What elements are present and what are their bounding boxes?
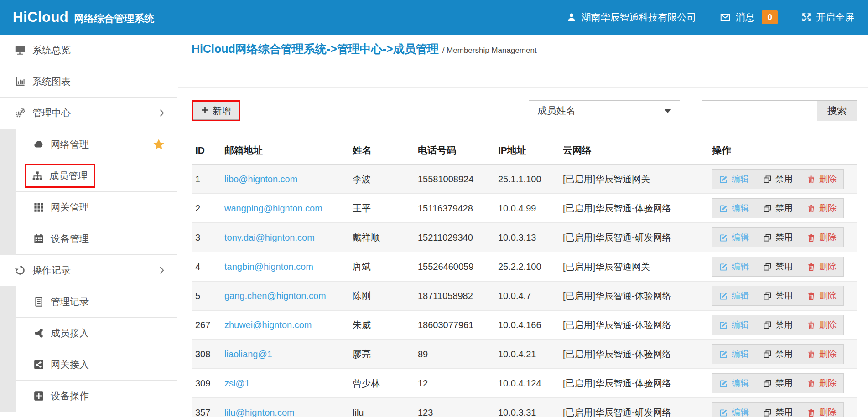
sidebar-item-label: 系统总览 (32, 44, 71, 57)
navbar-company[interactable]: 湖南华辰智通科技有限公司 (567, 11, 696, 24)
row-action-group: 编辑禁用删除 (712, 257, 844, 277)
edit-button[interactable]: 编辑 (712, 374, 756, 393)
cell-email: tony.dai@hignton.com (221, 223, 349, 252)
disable-button[interactable]: 禁用 (756, 315, 800, 335)
cell-ip: 10.0.3.31 (494, 398, 559, 417)
search-button[interactable]: 搜索 (817, 100, 857, 121)
navbar-messages-label: 消息 (735, 11, 754, 24)
edit-button[interactable]: 编辑 (712, 228, 756, 247)
plus-square-icon (33, 391, 45, 402)
cell-network: [已启用]华辰智通-体验网络 (559, 281, 708, 310)
member-email-link[interactable]: zhuwei@hignton.com (224, 320, 312, 330)
delete-button[interactable]: 删除 (800, 345, 843, 364)
pencil-square-icon (719, 204, 728, 213)
sidebar-item-label: 设备操作 (51, 390, 89, 402)
sidebar-item-member-access[interactable]: 成员接入 (16, 318, 177, 349)
add-button[interactable]: 新增 (193, 102, 239, 120)
sitemap-icon (31, 170, 43, 181)
cell-phone: 12 (414, 369, 494, 398)
member-email-link[interactable]: zsl@1 (224, 378, 250, 388)
cell-network: [已启用]华辰智通-体验网络 (559, 310, 708, 340)
cell-network: [已启用]华辰智通-体验网络 (559, 340, 708, 369)
search-input[interactable] (702, 100, 817, 121)
edit-button[interactable]: 编辑 (712, 286, 756, 305)
delete-button[interactable]: 删除 (800, 315, 843, 335)
member-email-link[interactable]: gang.chen@hignton.com (224, 291, 326, 301)
cell-id: 4 (192, 252, 221, 281)
navbar-fullscreen[interactable]: 开启全屏 (801, 11, 854, 24)
disable-button[interactable]: 禁用 (756, 228, 800, 247)
member-email-link[interactable]: tony.dai@hignton.com (224, 232, 315, 242)
clone-icon (763, 408, 772, 417)
bar-chart-icon (14, 76, 26, 87)
delete-button[interactable]: 删除 (800, 199, 843, 218)
sidebar-item-member-mgmt[interactable]: 成员管理 (16, 160, 177, 192)
cell-network: [已启用]华辰智通网关 (559, 252, 708, 281)
cell-id: 309 (192, 369, 221, 398)
delete-button[interactable]: 删除 (800, 257, 843, 276)
fullscreen-icon (801, 12, 811, 22)
brand-name: HiCloud (13, 9, 68, 26)
navbar-messages[interactable]: 消息 0 (720, 10, 778, 24)
member-email-link[interactable]: tangbin@hignton.com (224, 262, 313, 272)
disable-button[interactable]: 禁用 (756, 374, 800, 393)
navbar: HiCloud 网络综合管理系统 湖南华辰智通科技有限公司 消息 0 开启全屏 (0, 0, 868, 35)
member-email-link[interactable]: libo@hignton.com (224, 174, 297, 184)
cell-phone: 18711058982 (414, 281, 494, 310)
brand-suffix: 网络综合管理系统 (74, 12, 154, 26)
sidebar-item-label: 网络管理 (51, 138, 89, 151)
pencil-square-icon (719, 175, 728, 184)
member-email-link[interactable]: wangping@hignton.com (224, 203, 322, 213)
cell-name: lilu (349, 398, 414, 417)
sidebar-item-network-mgmt[interactable]: 网络管理 (16, 129, 177, 160)
sidebar-item-gateway-mgmt[interactable]: 网关管理 (16, 192, 177, 223)
edit-button[interactable]: 编辑 (712, 315, 756, 335)
edit-button[interactable]: 编辑 (712, 257, 756, 276)
column-header-2: 姓名 (349, 121, 414, 165)
disable-button[interactable]: 禁用 (756, 257, 800, 276)
member-table-body: 1libo@hignton.com李波1558100892425.1.1.100… (192, 165, 857, 417)
disable-button[interactable]: 禁用 (756, 345, 800, 364)
cell-ip: 10.0.4.7 (494, 281, 559, 310)
edit-button[interactable]: 编辑 (712, 345, 756, 364)
sidebar-item-system-charts[interactable]: 系统图表 (0, 66, 177, 98)
column-header-1: 邮箱地址 (221, 121, 349, 165)
share-alt-icon (33, 328, 45, 339)
member-email-link[interactable]: lilu@hignton.com (224, 407, 295, 417)
cell-ip: 25.2.2.100 (494, 252, 559, 281)
messages-count-badge: 0 (762, 10, 778, 24)
navbar-fullscreen-label: 开启全屏 (816, 11, 854, 24)
sidebar-item-device-mgmt[interactable]: 设备管理 (16, 223, 177, 255)
cell-phone: 89 (414, 340, 494, 369)
sidebar-item-admin-logs[interactable]: 管理记录 (16, 286, 177, 318)
delete-button[interactable]: 删除 (800, 374, 843, 393)
delete-button[interactable]: 删除 (800, 286, 843, 305)
sidebar-item-gateway-access[interactable]: 网关接入 (16, 349, 177, 381)
clone-icon (763, 204, 772, 213)
cell-id: 1 (192, 165, 221, 194)
member-email-link[interactable]: liaoliang@1 (224, 349, 272, 359)
sidebar-item-system-overview[interactable]: 系统总览 (0, 35, 177, 66)
cell-id: 2 (192, 194, 221, 223)
disable-button[interactable]: 禁用 (756, 403, 800, 417)
sidebar-item-label: 管理中心 (32, 107, 71, 119)
sidebar-item-operation-logs[interactable]: 操作记录 (0, 255, 177, 286)
disable-button[interactable]: 禁用 (756, 199, 800, 218)
table-row: 1libo@hignton.com李波1558100892425.1.1.100… (192, 165, 857, 194)
sidebar-item-admin-center[interactable]: 管理中心 (0, 98, 177, 129)
member-name-filter-select[interactable]: 成员姓名 (529, 100, 680, 121)
sidebar-item-device-operation[interactable]: 设备操作 (16, 381, 177, 412)
disable-button[interactable]: 禁用 (756, 286, 800, 305)
edit-button[interactable]: 编辑 (712, 170, 756, 189)
sidebar-item-label: 成员接入 (51, 327, 89, 340)
delete-button[interactable]: 删除 (800, 170, 843, 189)
delete-button[interactable]: 删除 (800, 403, 843, 417)
sidebar-item-label: 系统图表 (32, 75, 71, 88)
envelope-icon (720, 12, 731, 23)
edit-button[interactable]: 编辑 (712, 403, 756, 417)
delete-button[interactable]: 删除 (800, 228, 843, 247)
edit-button[interactable]: 编辑 (712, 199, 756, 218)
column-header-3: 电话号码 (414, 121, 494, 165)
disable-button[interactable]: 禁用 (756, 170, 800, 189)
clone-icon (763, 321, 772, 329)
